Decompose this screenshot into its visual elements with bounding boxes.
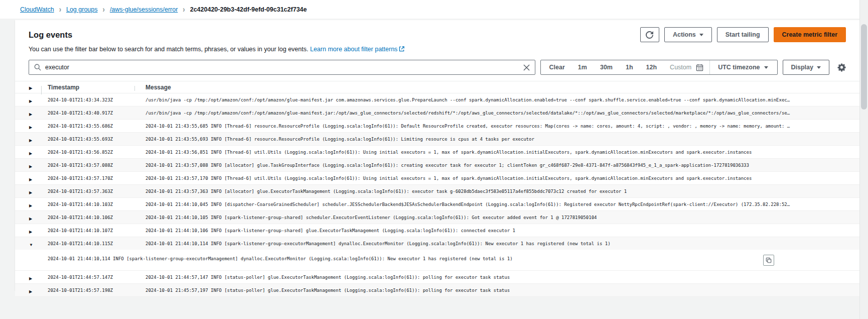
- row-expand-icon[interactable]: ▶: [29, 112, 32, 117]
- filter-events-searchbox[interactable]: [29, 60, 535, 75]
- create-metric-filter-label: Create metric filter: [782, 31, 837, 38]
- table-row[interactable]: ▶ 2024-10-01T21:43:34.323Z /usr/bin/java…: [15, 93, 859, 107]
- display-dropdown[interactable]: Display: [783, 60, 829, 75]
- panel-header: Log events Actions Start tailing Create …: [15, 20, 859, 54]
- table-row[interactable]: ▶ 2024-10-01T21:43:55.693Z 2024-10-01 21…: [15, 133, 859, 146]
- row-expand-icon[interactable]: ▶: [29, 125, 32, 130]
- row-message: 2024-10-01 21:44:10,105 INFO [spark-list…: [134, 215, 859, 220]
- row-message: 2024-10-01 21:43:57,363 INFO [allocator]…: [134, 189, 859, 194]
- vertical-scrollbar[interactable]: [859, 0, 868, 319]
- time-range-control: Clear 1m 30m 1h 12h Custom UTC timezone: [540, 60, 778, 75]
- breadcrumb-separator-icon: ›: [183, 5, 185, 14]
- copy-button[interactable]: [763, 255, 774, 266]
- row-expand-icon[interactable]: ▶: [29, 177, 32, 182]
- copy-icon: [766, 257, 772, 263]
- row-expand-icon[interactable]: ▶: [29, 190, 32, 195]
- actions-button[interactable]: Actions: [664, 27, 712, 42]
- page-title: Log events: [29, 30, 72, 40]
- filter-input[interactable]: [45, 64, 519, 71]
- range-1m-button[interactable]: 1m: [571, 64, 594, 71]
- row-timestamp: 2024-10-01T21:44:10.106Z: [41, 215, 134, 220]
- row-expand-icon[interactable]: ▶: [29, 203, 32, 208]
- row-message: 2024-10-01 21:44:10,106 INFO [spark-list…: [134, 228, 859, 233]
- table-row[interactable]: ▶ 2024-10-01T21:43:55.686Z 2024-10-01 21…: [15, 120, 859, 133]
- row-message: /usr/bin/java -cp /tmp:/opt/amazon/conf:…: [134, 111, 859, 116]
- row-message: 2024-10-01 21:43:57,088 INFO [allocator]…: [134, 163, 859, 168]
- breadcrumb-link[interactable]: CloudWatch: [20, 6, 54, 13]
- table-row[interactable]: ▶ 2024-10-01T21:43:56.852Z 2024-10-01 21…: [15, 146, 859, 159]
- row-message: 2024-10-01 21:43:56,851 INFO [Thread-6] …: [134, 150, 859, 155]
- settings-gear-button[interactable]: [837, 63, 846, 72]
- table-row[interactable]: ▶ 2024-10-01T21:43:40.917Z /usr/bin/java…: [15, 107, 859, 120]
- row-message: 2024-10-01 21:43:55,685 INFO [Thread-6] …: [134, 124, 859, 129]
- row-timestamp: 2024-10-01T21:44:57.147Z: [41, 275, 134, 280]
- chevron-down-icon: [817, 66, 821, 69]
- table-row[interactable]: ▶ 2024-10-01T21:45:57.198Z 2024-10-01 21…: [15, 284, 859, 297]
- row-message: 2024-10-01 21:43:57,170 INFO [Thread-6] …: [134, 176, 859, 181]
- row-expand-icon[interactable]: ▶: [29, 217, 32, 221]
- breadcrumb-link[interactable]: /aws-glue/sessions/error: [110, 6, 178, 13]
- create-metric-filter-button[interactable]: Create metric filter: [774, 27, 846, 42]
- table-row[interactable]: ▶ 2024-10-01T21:43:57.088Z 2024-10-01 21…: [15, 159, 859, 172]
- range-30m-button[interactable]: 30m: [594, 64, 619, 71]
- row-expand-icon[interactable]: ▶: [29, 138, 32, 143]
- row-timestamp: 2024-10-01T21:43:57.088Z: [41, 163, 134, 168]
- breadcrumb-link[interactable]: Log groups: [66, 6, 98, 13]
- table-row[interactable]: ▶ 2024-10-01T21:43:57.170Z 2024-10-01 21…: [15, 172, 859, 185]
- panel-description: You can use the filter bar below to sear…: [29, 46, 308, 53]
- external-link-icon: [399, 46, 404, 53]
- table-row[interactable]: ▼ 2024-10-01T21:44:10.115Z 2024-10-01 21…: [15, 237, 859, 271]
- row-expand-icon[interactable]: ▶: [29, 276, 32, 281]
- row-expand-icon[interactable]: ▶: [29, 164, 32, 169]
- row-timestamp: 2024-10-01T21:43:55.693Z: [41, 137, 134, 142]
- clear-range-button[interactable]: Clear: [543, 64, 571, 71]
- breadcrumb-current: 2c420420-29b3-42df-9efd-09c31c2f734e: [190, 6, 307, 13]
- clear-filter-icon[interactable]: [523, 64, 530, 71]
- column-header-message[interactable]: Message: [134, 84, 859, 91]
- refresh-button[interactable]: [640, 27, 659, 42]
- table-row[interactable]: ▶ 2024-10-01T21:44:10.103Z 2024-10-01 21…: [15, 198, 859, 211]
- row-message: /usr/bin/java -cp /tmp:/opt/amazon/conf:…: [134, 97, 859, 102]
- row-timestamp: 2024-10-01T21:45:57.198Z: [41, 288, 134, 293]
- log-events-panel: Log events Actions Start tailing Create …: [15, 20, 859, 290]
- table-row[interactable]: ▶ 2024-10-01T21:43:57.363Z 2024-10-01 21…: [15, 185, 859, 198]
- row-message: 2024-10-01 21:44:10,114 INFO [spark-list…: [134, 241, 859, 246]
- search-icon: [34, 64, 41, 71]
- range-12h-button[interactable]: 12h: [640, 64, 664, 71]
- custom-range-button[interactable]: Custom: [663, 64, 695, 71]
- row-expand-icon[interactable]: ▶: [29, 289, 32, 294]
- column-header-timestamp[interactable]: Timestamp: [41, 84, 134, 91]
- scrollbar-thumb[interactable]: [861, 24, 867, 110]
- row-expand-icon[interactable]: ▶: [29, 151, 32, 156]
- table-row[interactable]: ▶ 2024-10-01T21:44:10.106Z 2024-10-01 21…: [15, 211, 859, 224]
- row-timestamp: 2024-10-01T21:44:10.103Z: [41, 202, 134, 207]
- gear-icon: [837, 63, 846, 72]
- timezone-dropdown[interactable]: UTC timezone: [711, 64, 775, 71]
- row-timestamp: 2024-10-01T21:43:57.170Z: [41, 176, 134, 181]
- range-1h-button[interactable]: 1h: [619, 64, 640, 71]
- table-row[interactable]: ▶ 2024-10-01T21:44:10.107Z 2024-10-01 21…: [15, 224, 859, 237]
- row-message: 2024-10-01 21:44:57,147 INFO [status-pol…: [134, 275, 859, 280]
- row-message: 2024-10-01 21:45:57,197 INFO [status-pol…: [134, 288, 859, 293]
- expand-all-icon[interactable]: ▶: [29, 86, 32, 90]
- refresh-icon: [646, 31, 653, 39]
- calendar-icon[interactable]: [695, 64, 708, 71]
- row-expand-icon[interactable]: ▼: [29, 243, 33, 247]
- learn-more-link[interactable]: Learn more about filter patterns: [310, 46, 404, 53]
- start-tailing-button[interactable]: Start tailing: [717, 27, 769, 42]
- row-timestamp: 2024-10-01T21:43:55.686Z: [41, 124, 134, 129]
- row-expand-icon[interactable]: ▶: [29, 99, 32, 103]
- divider: [709, 60, 710, 74]
- breadcrumb-separator-icon: ›: [59, 5, 61, 14]
- row-timestamp: 2024-10-01T21:44:10.115Z: [41, 241, 134, 246]
- row-timestamp: 2024-10-01T21:43:40.917Z: [41, 111, 134, 116]
- filter-toolbar: Clear 1m 30m 1h 12h Custom UTC timezone …: [15, 60, 859, 75]
- breadcrumb: CloudWatch›Log groups›/aws-glue/sessions…: [0, 0, 859, 19]
- log-rows: ▶ 2024-10-01T21:43:34.323Z /usr/bin/java…: [15, 93, 859, 297]
- actions-label: Actions: [673, 31, 696, 38]
- row-timestamp: 2024-10-01T21:43:57.363Z: [41, 189, 134, 194]
- table-row[interactable]: ▶ 2024-10-01T21:44:57.147Z 2024-10-01 21…: [15, 271, 859, 284]
- breadcrumb-separator-icon: ›: [103, 5, 105, 14]
- row-message: 2024-10-01 21:43:55,693 INFO [Thread-6] …: [134, 137, 859, 142]
- row-expand-icon[interactable]: ▶: [29, 230, 32, 234]
